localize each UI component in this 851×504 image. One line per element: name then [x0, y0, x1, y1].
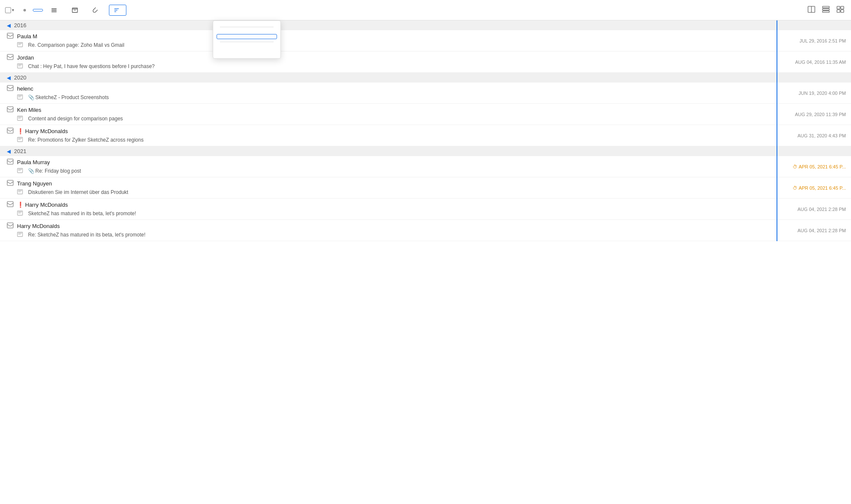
- email-row[interactable]: Trang NguyenDiskutieren Sie im Internet …: [0, 177, 851, 199]
- subject-row: SketcheZ has matured in its beta, let's …: [0, 209, 774, 219]
- subject-text: Content and design for comparison pages: [28, 116, 123, 122]
- latest-first-option[interactable]: [213, 28, 280, 34]
- inbox-icon: [7, 54, 14, 61]
- views-icon: [51, 7, 57, 13]
- subject-text: Chat : Hey Pat, I have few questions bef…: [28, 63, 155, 69]
- inbox-icon: [7, 33, 14, 40]
- views-button[interactable]: [46, 5, 64, 16]
- email-row[interactable]: Paula MRe. Comparison page: Zoho Mail vs…: [0, 30, 851, 51]
- inbox-icon: [7, 201, 14, 208]
- svg-rect-13: [822, 11, 829, 12]
- email-list: ◀ 2016 Paula MRe. Comparison page: Zoho …: [0, 20, 851, 241]
- archive-icon: [72, 7, 78, 13]
- year-arrow: ◀: [7, 148, 11, 154]
- date-text: AUG 04, 2021 2:28 PM: [797, 206, 846, 212]
- year-label: 2016: [14, 22, 26, 28]
- inbox-icon: [7, 159, 14, 166]
- svg-rect-34: [7, 223, 13, 228]
- subject-row: 📎SketcheZ - Product Screenshots: [0, 93, 774, 103]
- year-header-2021: ◀ 2021: [0, 146, 851, 156]
- grid-view-icon: [837, 6, 844, 13]
- thread-icon: [17, 231, 23, 238]
- more-options-button[interactable]: [130, 9, 133, 12]
- sender-name: Trang Nguyen: [17, 180, 52, 187]
- email-row[interactable]: Ken MilesContent and design for comparis…: [0, 104, 851, 125]
- svg-rect-11: [822, 6, 829, 8]
- sender-name: ❗Harry McDonalds: [17, 202, 68, 208]
- inbox-icon: [7, 85, 14, 92]
- email-row[interactable]: JordanChat : Hey Pat, I have few questio…: [0, 51, 851, 73]
- subject-row: Re: SketcheZ has matured in its beta, le…: [0, 231, 774, 241]
- year-arrow: ◀: [7, 23, 11, 28]
- sort-by-button[interactable]: [109, 5, 126, 16]
- year-label: 2020: [14, 74, 26, 81]
- sender-row: helenc: [0, 83, 774, 93]
- email-row[interactable]: ❗Harry McDonaldsRe: Promotions for Zylke…: [0, 125, 851, 146]
- subject-row: Diskutieren Sie im Internet über das Pro…: [0, 188, 774, 198]
- inbox-icon: [7, 180, 14, 187]
- svg-rect-0: [51, 8, 57, 9]
- attachment-options-button[interactable]: [88, 5, 106, 16]
- subject-row: Re: Promotions for Zylker SketcheZ acros…: [0, 136, 774, 146]
- thread-icon: [17, 115, 23, 122]
- thread-icon: [17, 63, 23, 70]
- sender-row: ❗Harry McDonalds: [0, 125, 774, 136]
- thread-icon: [17, 42, 23, 48]
- thread-icon: [17, 137, 23, 143]
- thread-icon: [17, 168, 23, 174]
- subject-row: Chat : Hey Pat, I have few questions bef…: [0, 62, 774, 72]
- list-view-button[interactable]: [820, 4, 831, 16]
- sender-name: Ken Miles: [17, 107, 41, 113]
- email-row[interactable]: Harry McDonaldsRe: SketcheZ has matured …: [0, 220, 851, 241]
- subject-text: SketcheZ has matured in its beta, let's …: [28, 211, 136, 216]
- reading-pane-icon: [808, 6, 815, 13]
- year-arrow: ◀: [7, 75, 11, 81]
- date-cell: AUG 29, 2020 11:39 PM: [777, 104, 851, 125]
- svg-rect-26: [7, 128, 13, 133]
- date-text: ⏱ APR 05, 2021 6:45 P...: [793, 163, 846, 170]
- size-section-label: [213, 39, 280, 43]
- subject-row: Content and design for comparison pages: [0, 114, 774, 125]
- reading-pane-button[interactable]: [806, 4, 817, 16]
- sender-row: Paula Murray: [0, 156, 774, 167]
- subject-row: 📎Re: Friday blog post: [0, 167, 774, 177]
- svg-rect-24: [7, 107, 13, 112]
- largest-first-option[interactable]: [213, 43, 280, 49]
- email-row[interactable]: helenc📎SketcheZ - Product ScreenshotsJUN…: [0, 83, 851, 104]
- date-cell: AUG 04, 2021 2:28 PM: [777, 199, 851, 219]
- date-cell: JUN 19, 2020 4:00 PM: [777, 83, 851, 103]
- sender-row: Jordan: [0, 51, 774, 62]
- date-cell: ⏱ APR 05, 2021 6:45 P...: [777, 156, 851, 177]
- date-text: AUG 04, 2021 2:28 PM: [797, 227, 846, 233]
- sender-row: Harry McDonalds: [0, 220, 774, 231]
- subject-text: Re. Comparison page: Zoho Mail vs Gmail: [28, 42, 124, 48]
- svg-rect-17: [841, 9, 844, 12]
- date-text: AUG 31, 2020 4:43 PM: [797, 132, 846, 139]
- sender-name: Jordan: [17, 54, 34, 61]
- email-row[interactable]: ❗Harry McDonaldsSketcheZ has matured in …: [0, 199, 851, 220]
- select-all-checkbox[interactable]: ▾: [5, 7, 14, 13]
- view-archived-button[interactable]: [67, 5, 85, 16]
- attachment-icon: [93, 7, 99, 13]
- filter-chip[interactable]: [33, 9, 43, 11]
- thread-icon: [17, 94, 23, 101]
- email-row[interactable]: Paula Murray📎Re: Friday blog post⏱ APR 0…: [0, 156, 851, 177]
- thread-icon: [17, 189, 23, 196]
- sort-dropdown: [213, 20, 281, 59]
- year-header-2016: ◀ 2016: [0, 20, 851, 30]
- svg-rect-12: [822, 9, 829, 10]
- date-cell: AUG 31, 2020 4:43 PM: [777, 125, 851, 146]
- smallest-first-option[interactable]: [213, 49, 280, 55]
- date-section-label: [213, 24, 280, 28]
- subject-text: Diskutieren Sie im Internet über das Pro…: [28, 189, 128, 195]
- grid-view-button[interactable]: [835, 4, 846, 16]
- svg-rect-15: [841, 6, 844, 9]
- oldest-first-option[interactable]: [217, 34, 277, 39]
- sender-name: ❗Harry McDonalds: [17, 128, 68, 134]
- sender-name: Harry McDonalds: [17, 223, 60, 229]
- topbar: ▾: [0, 0, 851, 20]
- svg-rect-3: [72, 9, 77, 12]
- svg-rect-18: [7, 33, 13, 38]
- date-cell: AUG 04, 2016 11:35 AM: [777, 51, 851, 72]
- date-cell: AUG 04, 2021 2:28 PM: [777, 220, 851, 241]
